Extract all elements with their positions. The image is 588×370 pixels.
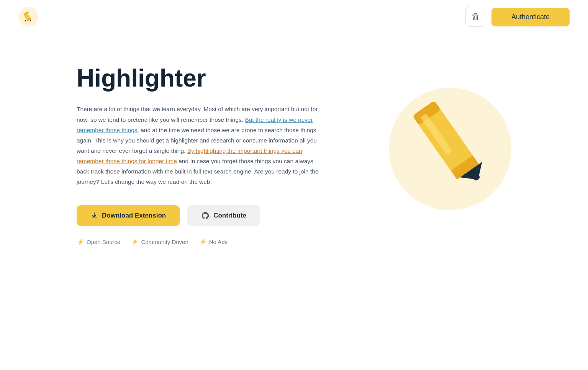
lightning-icon-1: ⚡ xyxy=(77,238,84,246)
tags-row: ⚡ Open Source ⚡ Community Driven ⚡ No Ad… xyxy=(77,238,322,246)
lightning-icon-2: ⚡ xyxy=(131,238,139,246)
authenticate-button[interactable]: Authenticate xyxy=(491,8,570,26)
page-title: Highlighter xyxy=(77,65,322,92)
logo xyxy=(18,7,38,27)
highlighter-graphic xyxy=(404,88,504,204)
hero-content: Highlighter There are a lot of things th… xyxy=(77,65,322,246)
contribute-btn-label: Contribute xyxy=(213,212,246,219)
download-icon xyxy=(90,212,98,219)
logo-pencil-icon xyxy=(22,11,34,23)
authenticate-label: Authenticate xyxy=(511,13,550,21)
tag-community-driven: ⚡ Community Driven xyxy=(131,238,188,246)
hero-description: There are a lot of things that we learn … xyxy=(77,104,322,187)
nav-right: Authenticate xyxy=(465,7,570,27)
hero-illustration xyxy=(366,65,511,226)
contribute-button[interactable]: Contribute xyxy=(187,205,260,226)
hero-section: Highlighter There are a lot of things th… xyxy=(0,34,588,268)
tag-open-source-label: Open Source xyxy=(87,239,120,245)
download-extension-button[interactable]: Download Extension xyxy=(77,205,180,226)
tag-no-ads: ⚡ No Ads xyxy=(199,238,228,246)
lightning-icon-3: ⚡ xyxy=(199,238,207,246)
action-buttons: Download Extension Contribute xyxy=(77,205,322,226)
highlighter-svg xyxy=(404,88,504,203)
logo-circle xyxy=(18,7,38,27)
github-icon xyxy=(201,211,210,220)
tag-community-driven-label: Community Driven xyxy=(141,239,188,245)
trash-icon xyxy=(471,13,480,21)
trash-button[interactable] xyxy=(465,7,485,27)
tag-no-ads-label: No Ads xyxy=(209,239,228,245)
download-btn-label: Download Extension xyxy=(102,212,166,219)
tag-open-source: ⚡ Open Source xyxy=(77,238,120,246)
navbar: Authenticate xyxy=(0,0,588,34)
